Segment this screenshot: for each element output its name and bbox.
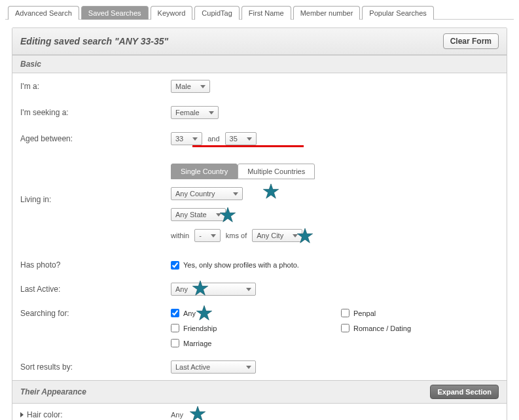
select-age-to[interactable]: 35	[225, 132, 257, 145]
chevron-down-icon	[246, 366, 251, 369]
chevron-down-icon	[247, 137, 252, 141]
label-aged: Aged between:	[20, 134, 171, 143]
select-age-from[interactable]: 33	[171, 132, 202, 145]
select-last-active[interactable]: Any	[171, 283, 256, 296]
select-distance[interactable]: -	[194, 229, 221, 242]
tab-member-number[interactable]: Member number	[293, 6, 361, 20]
select-city[interactable]: Any City	[252, 229, 302, 242]
clear-form-button[interactable]: Clear Form	[443, 33, 499, 49]
select-country[interactable]: Any Country	[171, 187, 243, 200]
tab-saved-searches[interactable]: Saved Searches	[81, 6, 149, 20]
page-title: Editing saved search "ANY 33-35"	[20, 36, 168, 46]
label-searching-for: Searching for:	[20, 309, 171, 318]
chevron-down-icon	[211, 234, 216, 237]
text-kms-of: kms of	[226, 232, 247, 239]
text-within: within	[171, 232, 189, 239]
row-im-a: I'm a: Male	[12, 73, 507, 99]
row-seeking: I'm seeking a: Female	[12, 99, 507, 126]
panel-header: Editing saved search "ANY 33-35" Clear F…	[12, 28, 507, 55]
row-hair-color: Hair color: Any	[12, 404, 507, 420]
tab-popular-searches[interactable]: Popular Searches	[362, 6, 433, 20]
checkbox-any[interactable]: Any	[171, 309, 315, 317]
chevron-down-icon	[293, 234, 298, 237]
row-searching-for: Searching for: Any Penpal Friendship Rom…	[12, 302, 507, 354]
country-mode-tabs: Single Country Multiple Countries	[171, 164, 315, 179]
label-last-active: Last Active:	[20, 285, 171, 294]
checkbox-friendship[interactable]: Friendship	[171, 324, 315, 332]
search-form-panel: Editing saved search "ANY 33-35" Clear F…	[12, 27, 507, 420]
section-basic-header: Basic	[12, 55, 507, 73]
label-hair-color: Hair color:	[20, 410, 171, 419]
label-seeking: I'm seeking a:	[20, 108, 171, 117]
annotation-underline	[192, 145, 304, 147]
tab-first-name[interactable]: First Name	[242, 6, 291, 20]
select-sort-by[interactable]: Last Active	[171, 360, 256, 374]
chevron-down-icon	[200, 85, 206, 88]
label-im-a: I'm a:	[20, 82, 171, 91]
star-icon	[189, 406, 206, 420]
select-seeking[interactable]: Female	[171, 106, 219, 119]
select-state[interactable]: Any State	[171, 208, 226, 221]
label-sort-by: Sort results by:	[20, 362, 171, 372]
text-and: and	[207, 135, 219, 143]
chevron-down-icon	[233, 192, 238, 196]
row-living-in: Living in: Single Country Multiple Count…	[12, 152, 507, 254]
tab-keyword[interactable]: Keyword	[151, 6, 193, 20]
tab-cupidtag[interactable]: CupidTag	[194, 6, 239, 20]
row-sort-by: Sort results by: Last Active	[12, 354, 507, 380]
tab-advanced-search[interactable]: Advanced Search	[8, 6, 79, 20]
chevron-down-icon	[209, 111, 214, 114]
chevron-down-icon	[246, 288, 251, 291]
expand-section-button[interactable]: Expand Section	[430, 385, 499, 399]
search-tabs: Advanced Search Saved Searches Keyword C…	[5, 5, 514, 20]
section-basic-title: Basic	[20, 60, 41, 69]
tab-single-country[interactable]: Single Country	[171, 164, 238, 179]
section-appearance-title: Their Appearance	[20, 387, 86, 396]
checkbox-has-photo-input[interactable]	[171, 261, 179, 270]
label-has-photo: Has photo?	[20, 260, 171, 270]
chevron-down-icon	[192, 137, 198, 141]
triangle-right-icon	[20, 412, 24, 417]
row-last-active: Last Active: Any	[12, 276, 507, 302]
checkbox-penpal[interactable]: Penpal	[341, 309, 485, 317]
checkbox-romance[interactable]: Romance / Dating	[341, 324, 485, 332]
row-has-photo: Has photo? Yes, only show profiles with …	[12, 254, 507, 276]
chevron-down-icon	[216, 213, 221, 217]
section-appearance-header: Their Appearance Expand Section	[12, 380, 507, 404]
select-gender[interactable]: Male	[171, 80, 210, 93]
tab-multiple-countries[interactable]: Multiple Countries	[238, 164, 315, 179]
label-living-in: Living in:	[20, 164, 171, 204]
star-icon	[262, 183, 279, 200]
checkbox-has-photo[interactable]: Yes, only show profiles with a photo.	[171, 261, 315, 270]
row-aged-between: Aged between: 33 and 35	[12, 126, 507, 152]
checkbox-marriage[interactable]: Marriage	[171, 339, 315, 347]
value-hair-color: Any	[171, 411, 183, 419]
